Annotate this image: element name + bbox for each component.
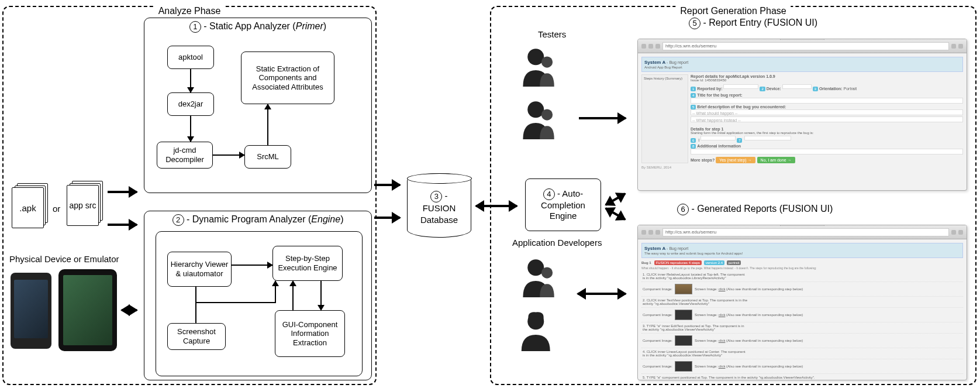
hierarchy-box: Hierarchy Viewer & uiautomator: [167, 252, 232, 287]
dev-person-1: [515, 256, 567, 297]
apk-doc: .apk: [12, 187, 44, 228]
arrow-hierarchy-step: [232, 265, 272, 266]
appsrc-doc: app src: [67, 185, 99, 226]
browser-chrome-5: http://cs.wm.edu/semeru: [638, 39, 967, 53]
static-extract-box: Static Extraction of Components and Asso…: [241, 51, 334, 104]
num-2: 2: [172, 214, 184, 226]
arrow-doc-static: [108, 191, 137, 193]
dev-person-2: [515, 310, 567, 351]
arrow-dynamic-db: [374, 217, 400, 219]
tablet-icon: [58, 269, 117, 351]
tester-person-2: [515, 98, 567, 139]
screenshot-box: Screenshot Capture: [167, 323, 226, 350]
step-exec-box: Step-by-Step Execution Engine: [272, 246, 343, 281]
or-label: or: [53, 204, 60, 214]
jdcmd-box: jd-cmd Decompiler: [157, 142, 213, 169]
svg-point-3: [541, 109, 553, 120]
line-hierarchy-screenshot-v: [195, 287, 196, 323]
testers-label: Testers: [538, 29, 566, 39]
report-entry-browser: FUSION http://cs.wm.edu/semeru System A …: [637, 39, 967, 191]
dex2jar-box: dex2jar: [167, 92, 214, 116]
arrow-srcml-extract: [267, 104, 268, 145]
arrow-gui-step-up: [292, 281, 294, 310]
generated-reports-browser: FUSION http://cs.wm.edu/semeru System A …: [637, 225, 967, 380]
component-1-title: 1 - Static App Analyzer (Primer): [144, 21, 371, 33]
line-hierarchy-gui-h: [195, 302, 275, 303]
arrow-static-db: [374, 184, 400, 186]
arrow-devs-ui: [578, 293, 626, 295]
arrow-doc-dynamic: [108, 224, 137, 226]
component-6-title: 6 - Generated Reports (FUSION UI): [677, 204, 833, 215]
auto-completion-box: 4 - Auto-CompletionEngine: [525, 178, 601, 231]
fusion-db: 3 -FUSION Database: [407, 173, 471, 238]
svg-point-1: [541, 56, 553, 67]
tester-person-1: [515, 46, 567, 87]
analyze-phase-label: Analyze Phase: [154, 6, 226, 16]
arrow-jdcmd-srcml: [213, 154, 244, 156]
arrow-apktool-dex2jar: [190, 69, 191, 92]
arrow-testers-ui: [579, 117, 626, 119]
gui-extract-box: GUI-Component Information Extraction: [275, 310, 345, 357]
browser-chrome-6: http://cs.wm.edu/semeru: [638, 225, 967, 239]
device-label: Physical Device or Emulator: [9, 254, 119, 264]
report-phase-label: Report Generation Phase: [675, 6, 791, 16]
apktool-box: apktool: [167, 46, 214, 69]
component-2-title: 2 - Dynamic Program Analyzer (Engine): [144, 214, 371, 226]
srcml-box: SrcML: [244, 145, 291, 169]
arrow-step-gui-down: [320, 281, 322, 310]
devs-label: Application Developers: [512, 238, 602, 248]
num-1: 1: [189, 21, 201, 33]
arrow-device-dynamic: [122, 309, 137, 311]
phone-icon: [11, 273, 51, 349]
component-5-title: 5 - Report Entry (FUSION UI): [689, 18, 817, 29]
arrow-dex2jar-jdcmd: [190, 116, 191, 142]
arrow-mid-step: [275, 281, 276, 303]
svg-point-5: [541, 267, 553, 278]
